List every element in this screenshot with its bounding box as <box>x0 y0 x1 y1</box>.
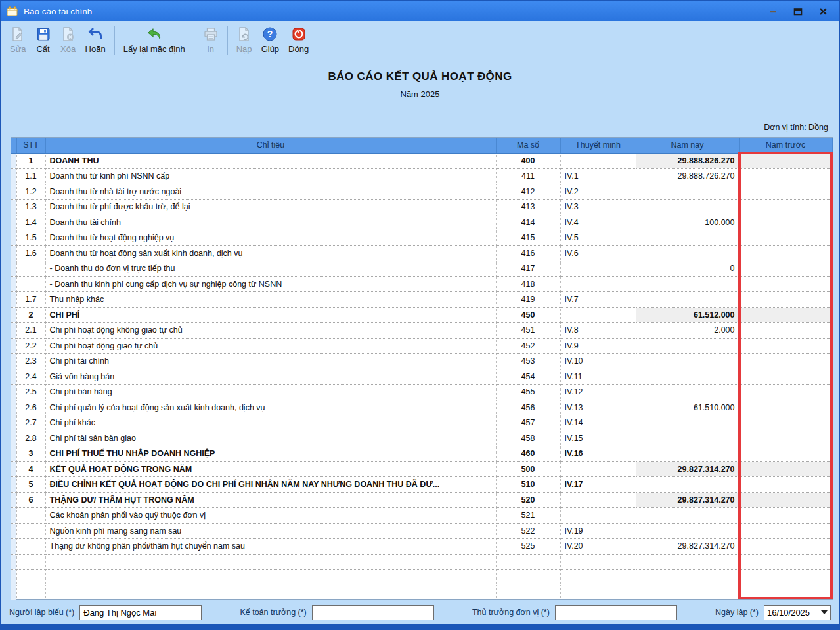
table-row[interactable] <box>11 554 832 570</box>
table-cell[interactable]: Chi phí tài sản bàn giao <box>45 430 496 446</box>
table-cell[interactable]: 1.5 <box>16 230 45 246</box>
close-button[interactable] <box>818 6 828 16</box>
table-cell[interactable] <box>739 215 832 230</box>
table-cell[interactable] <box>560 461 636 477</box>
table-cell[interactable]: 521 <box>496 508 560 524</box>
table-cell[interactable] <box>16 570 45 585</box>
table-cell[interactable] <box>16 523 45 539</box>
table-row[interactable]: 5ĐIỀU CHỈNH KẾT QUẢ HOẠT ĐỘNG DO CHI PHÍ… <box>11 477 832 493</box>
table-cell[interactable]: IV.6 <box>560 245 636 261</box>
table-cell[interactable]: 454 <box>496 369 560 385</box>
table-cell[interactable]: IV.8 <box>560 323 636 339</box>
table-cell[interactable] <box>739 184 832 200</box>
table-cell[interactable]: Chi phí tài chính <box>45 354 496 369</box>
table-cell[interactable] <box>739 415 832 431</box>
table-cell[interactable] <box>739 508 832 524</box>
table-cell[interactable]: 61.510.000 <box>636 400 739 415</box>
table-row[interactable]: 1.6Doanh thu từ hoạt động sản xuất kinh … <box>11 245 832 261</box>
table-cell[interactable]: IV.10 <box>560 354 636 369</box>
table-cell[interactable]: 2.4 <box>16 369 45 385</box>
table-cell[interactable] <box>45 570 496 585</box>
table-cell[interactable]: CHI PHÍ <box>45 307 496 323</box>
table-row[interactable]: 2.4Giá vốn hàng bán454IV.11 <box>11 369 832 385</box>
table-cell[interactable] <box>739 369 832 385</box>
table-cell[interactable]: 1.3 <box>16 200 45 215</box>
table-cell[interactable]: IV.13 <box>560 400 636 415</box>
table-cell[interactable]: Chi phí hoạt động giao tự chủ <box>45 338 496 354</box>
table-cell[interactable]: IV.7 <box>560 292 636 308</box>
table-cell[interactable]: IV.1 <box>560 169 636 184</box>
table-cell[interactable]: 3 <box>16 446 45 462</box>
toolbar-button-restore[interactable]: Lấy lại mặc định <box>119 25 190 55</box>
table-cell[interactable]: IV.19 <box>560 523 636 539</box>
table-cell[interactable]: - Doanh thu kinh phí cung cấp dịch vụ sự… <box>45 276 496 292</box>
table-row[interactable]: Các khoản phân phối vào quỹ thuộc đơn vị… <box>11 508 832 524</box>
table-cell[interactable]: 1.1 <box>16 169 45 184</box>
table-cell[interactable]: IV.12 <box>560 385 636 400</box>
table-cell[interactable]: 417 <box>496 261 560 277</box>
table-cell[interactable] <box>739 477 832 493</box>
table-cell[interactable]: 456 <box>496 400 560 415</box>
table-cell[interactable] <box>560 276 636 292</box>
table-cell[interactable]: - Doanh thu do đơn vị trực tiếp thu <box>45 261 496 277</box>
table-cell[interactable] <box>16 508 45 524</box>
table-row[interactable]: 1.2Doanh thu từ nhà tài trợ nước ngoài41… <box>11 184 832 200</box>
table-cell[interactable]: 451 <box>496 323 560 339</box>
chief-accountant-input[interactable] <box>312 605 434 620</box>
table-cell[interactable] <box>636 570 739 585</box>
table-cell[interactable] <box>636 585 739 600</box>
table-cell[interactable]: 29.827.314.270 <box>636 461 739 477</box>
table-cell[interactable]: IV.3 <box>560 200 636 215</box>
table-row[interactable]: 2.2Chi phí hoạt động giao tự chủ452IV.9 <box>11 338 832 354</box>
table-cell[interactable]: 415 <box>496 230 560 246</box>
table-cell[interactable] <box>636 446 739 462</box>
table-cell[interactable]: 457 <box>496 415 560 431</box>
table-row[interactable]: - Doanh thu kinh phí cung cấp dịch vụ sự… <box>11 276 832 292</box>
table-cell[interactable]: 2.7 <box>16 415 45 431</box>
minimize-button[interactable] <box>768 6 778 16</box>
table-cell[interactable] <box>739 539 832 555</box>
table-cell[interactable]: 2.8 <box>16 430 45 446</box>
table-cell[interactable] <box>636 430 739 446</box>
preparer-input[interactable] <box>79 605 202 620</box>
table-cell[interactable]: 100.000 <box>636 215 739 230</box>
table-cell[interactable] <box>560 508 636 524</box>
table-cell[interactable] <box>16 539 45 555</box>
table-row[interactable]: 1.7Thu nhập khác419IV.7 <box>11 292 832 308</box>
table-cell[interactable]: 520 <box>496 492 560 508</box>
table-cell[interactable] <box>636 554 739 570</box>
table-cell[interactable]: IV.5 <box>560 230 636 246</box>
table-cell[interactable]: 500 <box>496 461 560 477</box>
table-cell[interactable]: Giá vốn hàng bán <box>45 369 496 385</box>
table-row[interactable]: Thặng dư không phân phối/thâm hụt chuyển… <box>11 539 832 555</box>
table-cell[interactable] <box>636 385 739 400</box>
table-cell[interactable] <box>739 169 832 184</box>
table-cell[interactable]: IV.14 <box>560 415 636 431</box>
table-cell[interactable] <box>636 184 739 200</box>
table-row[interactable]: 6THẶNG DƯ/ THÂM HỤT TRONG NĂM52029.827.3… <box>11 492 832 508</box>
toolbar-button-save[interactable]: Cất <box>31 25 56 55</box>
table-cell[interactable]: 61.512.000 <box>636 307 739 323</box>
table-cell[interactable] <box>560 153 636 169</box>
table-cell[interactable]: Doanh thu từ nhà tài trợ nước ngoài <box>45 184 496 200</box>
table-cell[interactable] <box>739 307 832 323</box>
table-cell[interactable]: 460 <box>496 446 560 462</box>
table-cell[interactable]: Thu nhập khác <box>45 292 496 308</box>
table-cell[interactable]: 29.827.314.270 <box>636 492 739 508</box>
table-cell[interactable] <box>496 554 560 570</box>
table-cell[interactable]: 419 <box>496 292 560 308</box>
column-header[interactable]: Năm nay <box>636 138 739 153</box>
table-cell[interactable] <box>636 477 739 493</box>
table-cell[interactable] <box>739 261 832 277</box>
table-cell[interactable]: 29.827.314.270 <box>636 539 739 555</box>
table-cell[interactable]: 510 <box>496 477 560 493</box>
table-cell[interactable]: 29.888.826.270 <box>636 153 739 169</box>
table-cell[interactable]: 416 <box>496 245 560 261</box>
table-cell[interactable]: Doanh thu từ phí được khấu trừ, để lại <box>45 200 496 215</box>
table-cell[interactable] <box>739 338 832 354</box>
table-cell[interactable] <box>739 276 832 292</box>
table-row[interactable]: 3CHI PHÍ THUẾ THU NHẬP DOANH NGHIỆP460IV… <box>11 446 832 462</box>
table-cell[interactable] <box>739 400 832 415</box>
table-cell[interactable]: 414 <box>496 215 560 230</box>
date-picker[interactable]: 16/10/2025 <box>764 605 831 620</box>
